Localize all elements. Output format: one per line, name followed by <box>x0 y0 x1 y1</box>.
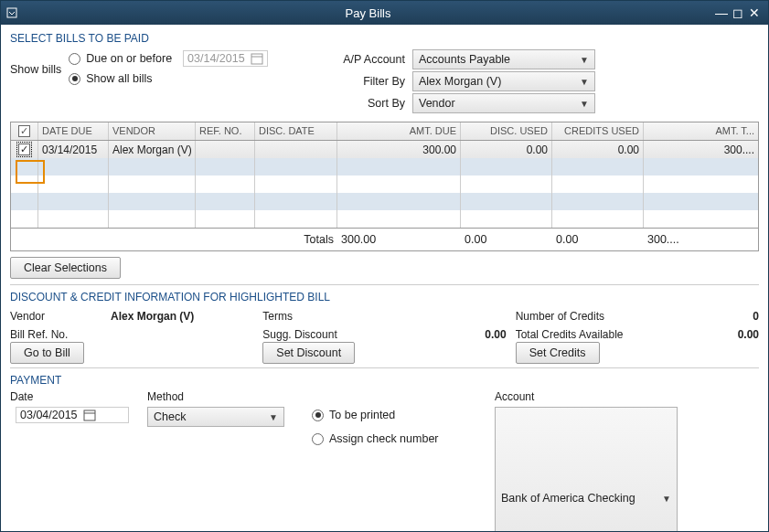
num-credits-value: 0 <box>653 310 759 323</box>
radio-all-label: Show all bills <box>86 72 152 85</box>
vendor-label: Vendor <box>10 310 111 323</box>
clear-selections-button[interactable]: Clear Selections <box>10 257 121 279</box>
filter-by-label: Filter By <box>339 75 412 88</box>
col-credits-used[interactable]: CREDITS USED <box>552 122 644 140</box>
cell-vendor: Alex Morgan (V) <box>109 141 196 158</box>
cell-amt-due: 300.00 <box>337 141 461 158</box>
total-credits-label: Total Credits Available <box>516 328 653 341</box>
payment-date-label: Date <box>10 390 129 403</box>
radio-due-on-or-before[interactable] <box>69 53 80 65</box>
titlebar: Pay Bills — ◻ ✕ <box>1 1 768 25</box>
chevron-down-icon: ▼ <box>580 99 589 109</box>
close-button[interactable]: ✕ <box>746 6 763 19</box>
payment-method-label: Method <box>147 390 294 403</box>
svg-rect-0 <box>7 8 16 17</box>
total-amt-to-pay: 300.... <box>644 230 758 249</box>
assign-check-label: Assign check number <box>329 432 439 445</box>
set-credits-button[interactable]: Set Credits <box>516 342 600 364</box>
cell-ref <box>196 141 255 158</box>
col-vendor[interactable]: VENDOR <box>109 122 196 140</box>
table-row[interactable]: 03/14/2015 Alex Morgan (V) 300.00 0.00 0… <box>11 141 758 158</box>
payment-title: PAYMENT <box>10 374 759 387</box>
table-row <box>11 176 758 193</box>
sort-by-dropdown[interactable]: Vendor▼ <box>412 93 595 113</box>
pay-bills-window: Pay Bills — ◻ ✕ SELECT BILLS TO BE PAID … <box>0 0 769 532</box>
chevron-down-icon: ▼ <box>580 55 589 65</box>
row-checkbox[interactable] <box>18 144 30 155</box>
due-date-field[interactable]: 03/14/2015 <box>183 50 268 67</box>
select-bills-title: SELECT BILLS TO BE PAID <box>10 32 759 45</box>
payment-account-label: Account <box>495 390 678 403</box>
cell-amt-to-pay: 300.... <box>644 141 758 158</box>
grid-header: DATE DUE VENDOR REF. NO. DISC. DATE AMT.… <box>11 122 758 141</box>
radio-to-be-printed[interactable] <box>312 410 324 421</box>
cell-date-due: 03/14/2015 <box>38 141 109 158</box>
chevron-down-icon: ▼ <box>580 77 589 87</box>
radio-show-all[interactable] <box>69 73 80 85</box>
bills-grid: DATE DUE VENDOR REF. NO. DISC. DATE AMT.… <box>10 122 759 251</box>
table-row <box>11 210 758 228</box>
col-ref-no[interactable]: REF. NO. <box>196 122 255 140</box>
sugg-discount-value: 0.00 <box>363 328 506 341</box>
radio-assign-check[interactable] <box>312 433 324 445</box>
to-be-printed-label: To be printed <box>329 409 395 421</box>
discount-credit-title: DISCOUNT & CREDIT INFORMATION FOR HIGHLI… <box>10 291 759 303</box>
ap-account-dropdown[interactable]: Accounts Payable▼ <box>412 49 595 69</box>
calendar-icon <box>83 409 96 421</box>
payment-account-dropdown[interactable]: Bank of America Checking▼ <box>495 407 678 531</box>
totals-row: Totals 300.00 0.00 0.00 300.... <box>11 228 758 250</box>
total-credits-value: 0.00 <box>653 328 759 341</box>
cell-credits-used: 0.00 <box>552 141 644 158</box>
total-amt-due: 300.00 <box>337 230 461 249</box>
col-date-due[interactable]: DATE DUE <box>38 122 109 140</box>
payment-method-dropdown[interactable]: Check▼ <box>147 407 284 427</box>
ap-account-label: A/P Account <box>339 53 412 66</box>
table-row <box>11 193 758 210</box>
sort-by-label: Sort By <box>339 97 412 110</box>
select-all-checkbox[interactable] <box>18 125 30 137</box>
col-amt-to-pay[interactable]: AMT. T... <box>644 122 758 140</box>
col-disc-used[interactable]: DISC. USED <box>461 122 552 140</box>
col-disc-date[interactable]: DISC. DATE <box>255 122 337 140</box>
sugg-discount-label: Sugg. Discount <box>262 328 363 341</box>
set-discount-button[interactable]: Set Discount <box>262 342 355 364</box>
minimize-button[interactable]: — <box>713 6 730 19</box>
calendar-icon <box>251 52 263 65</box>
radio-due-label: Due on or before <box>86 52 172 65</box>
maximize-button[interactable]: ◻ <box>730 6 746 19</box>
num-credits-label: Number of Credits <box>516 310 653 323</box>
chevron-down-icon: ▼ <box>662 494 671 504</box>
window-menu-icon[interactable] <box>6 7 23 18</box>
window-title: Pay Bills <box>23 6 713 20</box>
bill-ref-label: Bill Ref. No. <box>10 328 111 341</box>
terms-label: Terms <box>262 310 363 323</box>
go-to-bill-button[interactable]: Go to Bill <box>10 342 84 364</box>
cell-disc-used: 0.00 <box>461 141 552 158</box>
total-credits-used: 0.00 <box>552 230 644 249</box>
totals-label: Totals <box>255 230 337 249</box>
table-row <box>11 158 758 176</box>
col-amt-due[interactable]: AMT. DUE <box>337 122 461 140</box>
cell-disc-date <box>255 141 337 158</box>
svg-rect-3 <box>84 410 95 420</box>
chevron-down-icon: ▼ <box>269 412 278 422</box>
show-bills-label: Show bills <box>10 63 61 76</box>
payment-date-field[interactable]: 03/04/2015 <box>16 407 129 423</box>
vendor-value: Alex Morgan (V) <box>111 310 253 323</box>
filter-by-dropdown[interactable]: Alex Morgan (V)▼ <box>412 71 595 91</box>
total-disc-used: 0.00 <box>461 230 552 249</box>
svg-rect-1 <box>251 54 262 64</box>
